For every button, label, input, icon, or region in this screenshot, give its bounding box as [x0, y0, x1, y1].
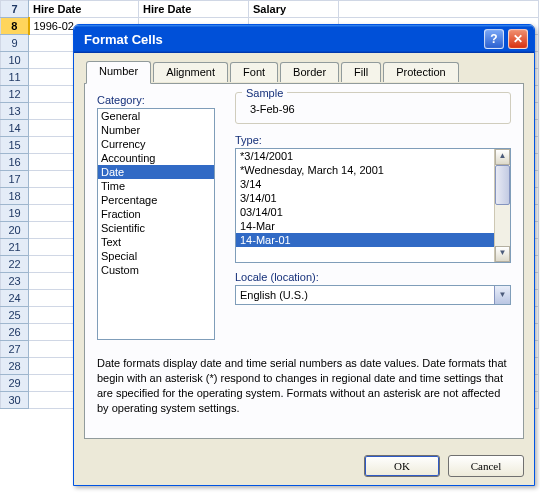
row-header[interactable]: 9	[1, 35, 29, 52]
type-item[interactable]: 3/14/01	[236, 191, 494, 205]
row-header[interactable]: 29	[1, 375, 29, 392]
scroll-thumb[interactable]	[495, 165, 510, 205]
category-label: Category:	[97, 94, 225, 106]
cell[interactable]: Salary	[249, 1, 339, 18]
row-header[interactable]: 26	[1, 324, 29, 341]
ok-button[interactable]: OK	[364, 455, 440, 477]
type-item[interactable]: *Wednesday, March 14, 2001	[236, 163, 494, 177]
row-header[interactable]: 19	[1, 205, 29, 222]
row-header[interactable]: 21	[1, 239, 29, 256]
tab-font[interactable]: Font	[230, 62, 278, 82]
row-header[interactable]: 28	[1, 358, 29, 375]
dialog-title: Format Cells	[84, 32, 480, 47]
row-header[interactable]: 25	[1, 307, 29, 324]
category-listbox[interactable]: GeneralNumberCurrencyAccountingDateTimeP…	[97, 108, 215, 340]
category-item[interactable]: Time	[98, 179, 214, 193]
row-header[interactable]: 12	[1, 86, 29, 103]
type-item[interactable]: *3/14/2001	[236, 149, 494, 163]
category-item[interactable]: General	[98, 109, 214, 123]
category-item[interactable]: Date	[98, 165, 214, 179]
type-listbox[interactable]: *3/14/2001*Wednesday, March 14, 20013/14…	[235, 148, 511, 263]
row-header[interactable]: 18	[1, 188, 29, 205]
row-header[interactable]: 22	[1, 256, 29, 273]
row-header[interactable]: 7	[1, 1, 29, 18]
tab-number[interactable]: Number	[86, 61, 151, 84]
type-item[interactable]: 3/14	[236, 177, 494, 191]
locale-combobox[interactable]: English (U.S.) ▼	[235, 285, 511, 305]
help-button[interactable]: ?	[484, 29, 504, 49]
tab-panel-number: Category: GeneralNumberCurrencyAccountin…	[84, 83, 524, 439]
dialog-titlebar[interactable]: Format Cells ? ✕	[74, 25, 534, 53]
category-item[interactable]: Fraction	[98, 207, 214, 221]
tab-strip: Number Alignment Font Border Fill Protec…	[86, 61, 524, 83]
row-header-selected[interactable]: 8	[1, 18, 29, 35]
cell[interactable]	[339, 1, 539, 18]
row-header[interactable]: 10	[1, 52, 29, 69]
category-item[interactable]: Percentage	[98, 193, 214, 207]
type-item[interactable]: 03/14/01	[236, 205, 494, 219]
tab-alignment[interactable]: Alignment	[153, 62, 228, 82]
scroll-up-icon[interactable]: ▲	[495, 149, 510, 165]
row-header[interactable]: 30	[1, 392, 29, 409]
sample-value: 3-Feb-96	[250, 103, 502, 115]
category-item[interactable]: Currency	[98, 137, 214, 151]
cancel-button[interactable]: Cancel	[448, 455, 524, 477]
row-header[interactable]: 13	[1, 103, 29, 120]
row-header[interactable]: 14	[1, 120, 29, 137]
scroll-down-icon[interactable]: ▼	[495, 246, 510, 262]
category-item[interactable]: Text	[98, 235, 214, 249]
cell[interactable]: Hire Date	[139, 1, 249, 18]
type-item[interactable]: 14-Mar-01	[236, 233, 494, 247]
category-item[interactable]: Number	[98, 123, 214, 137]
type-item[interactable]: 14-Mar	[236, 219, 494, 233]
tab-border[interactable]: Border	[280, 62, 339, 82]
scroll-track[interactable]	[495, 165, 510, 246]
row-header[interactable]: 17	[1, 171, 29, 188]
chevron-down-icon[interactable]: ▼	[494, 286, 510, 304]
row-header[interactable]: 16	[1, 154, 29, 171]
row-header[interactable]: 11	[1, 69, 29, 86]
row-header[interactable]: 20	[1, 222, 29, 239]
category-item[interactable]: Custom	[98, 263, 214, 277]
type-label: Type:	[235, 134, 511, 146]
format-description: Date formats display date and time seria…	[97, 356, 511, 415]
tab-fill[interactable]: Fill	[341, 62, 381, 82]
category-item[interactable]: Accounting	[98, 151, 214, 165]
format-cells-dialog: Format Cells ? ✕ Number Alignment Font B…	[73, 24, 535, 486]
sample-label: Sample	[242, 87, 287, 99]
row-header[interactable]: 24	[1, 290, 29, 307]
row-header[interactable]: 23	[1, 273, 29, 290]
locale-label: Locale (location):	[235, 271, 511, 283]
close-button[interactable]: ✕	[508, 29, 528, 49]
row-header[interactable]: 27	[1, 341, 29, 358]
category-item[interactable]: Scientific	[98, 221, 214, 235]
sample-group: Sample 3-Feb-96	[235, 92, 511, 124]
cell[interactable]: Hire Date	[29, 1, 139, 18]
tab-protection[interactable]: Protection	[383, 62, 459, 82]
locale-value: English (U.S.)	[240, 289, 308, 301]
row-header[interactable]: 15	[1, 137, 29, 154]
type-scrollbar[interactable]: ▲ ▼	[494, 149, 510, 262]
category-item[interactable]: Special	[98, 249, 214, 263]
